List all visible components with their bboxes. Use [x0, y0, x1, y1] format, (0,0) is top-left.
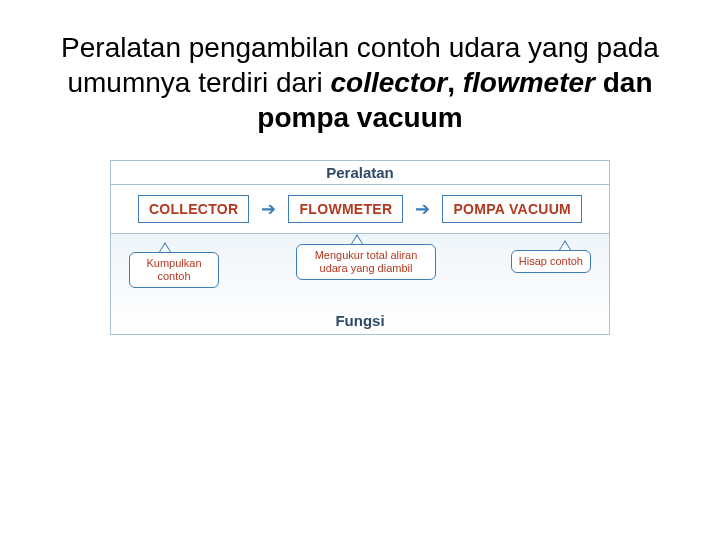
node-pompa-vacuum: POMPA VACUUM — [442, 195, 582, 223]
section-label-bottom: Fungsi — [111, 309, 609, 332]
arrow-icon: ➔ — [415, 198, 430, 220]
diagram-container: Peralatan COLLECTOR ➔ FLOWMETER ➔ POMPA … — [110, 160, 610, 335]
arrow-icon: ➔ — [261, 198, 276, 220]
flow-row: COLLECTOR ➔ FLOWMETER ➔ POMPA VACUUM — [111, 185, 609, 233]
title-bold-1: pompa vacuum — [257, 102, 462, 133]
title-text-3: dan — [595, 67, 653, 98]
callout-bubble: Mengukur total aliran udara yang diambil — [296, 244, 436, 280]
section-label-top: Peralatan — [111, 161, 609, 184]
callout-bubble: Kumpulkan contoh — [129, 252, 219, 288]
callout-pompa: Hisap contoh — [511, 250, 591, 273]
callout-collector: Kumpulkan contoh — [129, 252, 219, 288]
title-italic-1: collector — [330, 67, 447, 98]
slide-title: Peralatan pengambilan contoh udara yang … — [55, 30, 665, 135]
slide: Peralatan pengambilan contoh udara yang … — [0, 0, 720, 540]
title-italic-2: flowmeter — [463, 67, 595, 98]
callout-tail-icon — [559, 240, 571, 250]
callout-bubble: Hisap contoh — [511, 250, 591, 273]
node-flowmeter: FLOWMETER — [288, 195, 403, 223]
node-collector: COLLECTOR — [138, 195, 250, 223]
title-text-2: , — [447, 67, 463, 98]
callout-tail-icon — [351, 234, 363, 244]
function-area: Kumpulkan contoh Mengukur total aliran u… — [111, 234, 609, 334]
callout-tail-icon — [159, 242, 171, 252]
callout-flowmeter: Mengukur total aliran udara yang diambil — [296, 244, 436, 280]
